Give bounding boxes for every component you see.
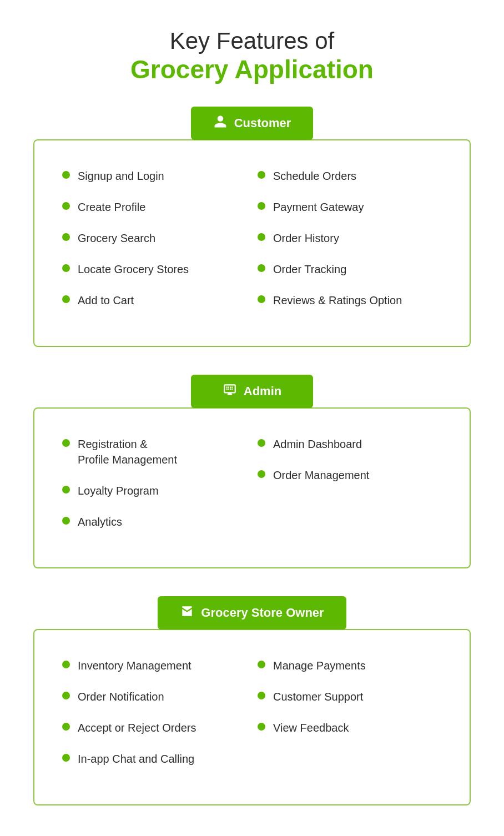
bullet-dot — [258, 202, 265, 210]
bullet-dot — [62, 723, 70, 731]
section-admin: AdminRegistration & Profile ManagementLo… — [33, 375, 471, 568]
list-item: View Feedback — [258, 720, 442, 736]
title-line2: Grocery Application — [130, 54, 374, 84]
bullet-dot — [62, 295, 70, 303]
footer: © www.hiddenbrains.co.uk — [200, 833, 305, 836]
list-item: Loyalty Program — [62, 483, 246, 498]
feature-label: Manage Payments — [273, 658, 366, 673]
bullet-dot — [258, 661, 265, 668]
bullet-dot — [62, 439, 70, 447]
store-icon — [180, 604, 194, 622]
list-item: Accept or Reject Orders — [62, 720, 246, 736]
feature-label: Grocery Search — [78, 230, 155, 246]
section-header-store-owner: Grocery Store Owner — [158, 596, 346, 629]
section-label-store-owner: Grocery Store Owner — [201, 606, 324, 620]
list-item: Payment Gateway — [258, 199, 442, 215]
bullet-dot — [258, 723, 265, 731]
list-item: Manage Payments — [258, 658, 442, 673]
feature-label: Locate Grocery Stores — [78, 261, 189, 277]
list-item: Schedule Orders — [258, 168, 442, 184]
bullet-dot — [258, 264, 265, 272]
feature-label: Admin Dashboard — [273, 436, 362, 452]
feature-label: Reviews & Ratings Option — [273, 293, 402, 308]
section-header-admin: Admin — [191, 375, 313, 408]
feature-label: Loyalty Program — [78, 483, 159, 498]
list-item: Grocery Search — [62, 230, 246, 246]
bullet-dot — [258, 470, 265, 478]
section-customer: CustomerSignup and LoginCreate ProfileGr… — [33, 107, 471, 347]
list-item: Order Tracking — [258, 261, 442, 277]
feature-label: Payment Gateway — [273, 199, 364, 215]
bullet-dot — [258, 171, 265, 179]
feature-label: Schedule Orders — [273, 168, 356, 184]
feature-label: Order History — [273, 230, 339, 246]
list-item: Registration & Profile Management — [62, 436, 246, 467]
section-header-customer: Customer — [191, 107, 314, 140]
list-item: Inventory Management — [62, 658, 246, 673]
feature-label: Order Tracking — [273, 261, 346, 277]
feature-label: In-app Chat and Calling — [78, 751, 194, 767]
list-item: In-app Chat and Calling — [62, 751, 246, 767]
bullet-dot — [258, 233, 265, 241]
section-box-admin: Registration & Profile ManagementLoyalty… — [33, 407, 471, 568]
title-line1: Key Features of — [130, 28, 374, 54]
section-box-customer: Signup and LoginCreate ProfileGrocery Se… — [33, 139, 471, 347]
section-box-store-owner: Inventory ManagementOrder NotificationAc… — [33, 629, 471, 805]
feature-label: Accept or Reject Orders — [78, 720, 196, 736]
feature-label: Inventory Management — [78, 658, 191, 673]
bullet-dot — [62, 171, 70, 179]
feature-label: Order Notification — [78, 689, 164, 704]
bullet-dot — [62, 692, 70, 699]
bullet-dot — [258, 439, 265, 447]
section-store-owner: Grocery Store OwnerInventory ManagementO… — [33, 596, 471, 805]
bullet-dot — [62, 202, 70, 210]
section-label-customer: Customer — [234, 116, 291, 130]
feature-label: Add to Cart — [78, 293, 134, 308]
list-item: Reviews & Ratings Option — [258, 293, 442, 308]
list-item: Customer Support — [258, 689, 442, 704]
bullet-dot — [62, 233, 70, 241]
feature-label: Registration & Profile Management — [78, 436, 177, 467]
list-item: Admin Dashboard — [258, 436, 442, 452]
bullet-dot — [62, 754, 70, 762]
list-item: Order Management — [258, 467, 442, 483]
bullet-dot — [62, 264, 70, 272]
feature-label: Customer Support — [273, 689, 363, 704]
list-item: Analytics — [62, 514, 246, 530]
bullet-dot — [62, 661, 70, 668]
list-item: Signup and Login — [62, 168, 246, 184]
feature-label: Analytics — [78, 514, 122, 530]
list-item: Order Notification — [62, 689, 246, 704]
bullet-dot — [258, 692, 265, 699]
feature-label: View Feedback — [273, 720, 349, 736]
feature-label: Order Management — [273, 467, 369, 483]
list-item: Create Profile — [62, 199, 246, 215]
bullet-dot — [62, 486, 70, 493]
feature-label: Create Profile — [78, 199, 145, 215]
list-item: Order History — [258, 230, 442, 246]
list-item: Add to Cart — [62, 293, 246, 308]
page-title: Key Features of Grocery Application — [130, 28, 374, 84]
person-icon — [213, 114, 228, 132]
feature-label: Signup and Login — [78, 168, 164, 184]
monitor-icon — [223, 382, 237, 400]
bullet-dot — [258, 295, 265, 303]
section-label-admin: Admin — [244, 384, 281, 399]
list-item: Locate Grocery Stores — [62, 261, 246, 277]
bullet-dot — [62, 517, 70, 525]
